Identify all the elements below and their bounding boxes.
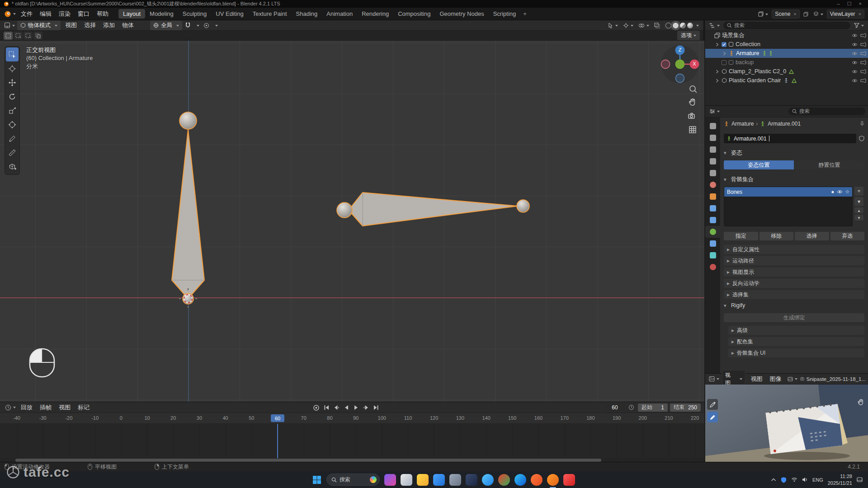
properties-tab-view-layer[interactable] [705,155,720,167]
properties-tab-tool[interactable] [705,120,720,132]
solo-dot-icon[interactable] [831,190,835,194]
zoom-icon[interactable] [690,86,697,93]
image-editor-menu-item[interactable]: 视图 [747,374,766,385]
properties-tab-modifiers[interactable] [705,202,720,214]
pan-hand-icon[interactable] [689,99,695,105]
outliner-editor-type-button[interactable] [708,22,721,29]
taskbar-app-app-dark[interactable] [466,474,477,486]
gizmo-neg-z-axis[interactable] [676,74,684,83]
workspace-tab[interactable]: Shading [292,9,322,19]
hide-eye-icon[interactable] [852,51,858,56]
minimize-button[interactable]: – [837,1,840,7]
properties-tab-scene[interactable] [705,167,720,179]
tool-add-primitive[interactable] [6,160,19,174]
hide-eye-icon[interactable] [852,42,858,47]
xray-toggle-icon[interactable] [653,22,661,29]
hide-eye-icon[interactable] [852,33,858,38]
list-specials-button[interactable]: ▾ [854,197,863,206]
move-down-button[interactable]: ▾ [854,215,863,221]
deselect-button[interactable]: 弃选 [830,232,865,240]
properties-tab-physics[interactable] [705,214,720,226]
blender-menu-button[interactable] [3,9,17,19]
select-set-icon[interactable] [4,32,13,40]
taskbar-app-settings[interactable] [449,474,461,486]
eyedropper-tool[interactable] [707,399,718,410]
overlays-dropdown-icon[interactable] [637,22,651,29]
bone-collections-panel-header[interactable]: ▾骨骼集合 [724,175,864,183]
timeline-menu-item[interactable]: 插帧 [36,402,55,413]
jump-to-start-icon[interactable] [322,404,330,412]
play-reverse-icon[interactable] [342,404,350,412]
prev-keyframe-icon[interactable] [332,404,340,412]
taskbar-app-chrome[interactable] [498,474,510,486]
copy-scene-icon[interactable] [802,11,810,18]
rigify-subpanel-header[interactable]: ▸骨骼集合 UI [728,348,864,357]
image-editor-canvas[interactable] [705,385,868,462]
move-up-button[interactable]: ▴ [854,207,863,213]
tool-measure[interactable] [6,145,19,160]
outliner-row[interactable]: Clamp_2_Plastic C2_0 [705,67,868,76]
collection-checkbox[interactable] [722,42,726,47]
rigify-panel-header[interactable]: ▾Rigify [724,301,864,310]
taskbar-app-qq[interactable] [482,474,494,486]
outliner-row[interactable]: 场景集合 [705,31,868,40]
workspace-tab[interactable]: Texture Paint [248,9,292,19]
tray-expand-icon[interactable] [771,478,776,482]
taskbar-app-snipaste[interactable] [563,474,575,486]
solo-star-icon[interactable]: ☆ [845,189,849,195]
render-camera-icon[interactable] [860,78,866,83]
selectability-filter-icon[interactable] [606,22,619,29]
taskbar-app-file-explorer[interactable] [417,474,429,486]
outliner-search-input[interactable]: 搜索 [723,22,850,29]
gizmos-dropdown-icon[interactable] [622,22,635,29]
add-collection-button[interactable]: + [854,187,863,196]
workspace-tab[interactable]: Modeling [145,9,178,19]
properties-search-input[interactable]: 搜索 [788,108,865,115]
taskbar-app-blender[interactable] [547,474,559,486]
remove-button[interactable]: 移除 [760,232,794,240]
timeline-menu-item[interactable]: 标记 [74,402,93,413]
start-frame-field[interactable]: 起始1 [638,404,668,412]
wifi-icon[interactable] [791,477,797,482]
workspace-tab[interactable]: Animation [322,9,357,19]
timeline-scrollbar-thumb[interactable] [15,459,601,462]
bone-horizontal[interactable] [337,192,529,226]
topbar-menu-item[interactable]: 渲染 [55,9,74,19]
snap-dropdown[interactable] [193,23,201,28]
tool-rotate[interactable] [6,89,19,103]
properties-tab-material[interactable] [705,261,720,273]
start-button[interactable] [312,475,322,485]
viewlayer-remove-icon[interactable]: × [859,11,861,17]
timeline-editor-type-button[interactable] [4,404,17,412]
workspace-tab[interactable]: UV Editing [211,9,248,19]
workspace-tab[interactable]: Geometry Nodes [435,9,488,19]
current-frame-field[interactable]: 60 [605,404,625,412]
select-extend-icon[interactable] [14,32,23,40]
select-button[interactable]: 选择 [795,232,829,240]
viewlayer-browse-icon[interactable] [812,10,825,18]
fake-user-shield-icon[interactable] [859,136,864,141]
viewport-canvas[interactable]: Z X [0,41,704,402]
select-intersect-icon[interactable] [33,32,42,40]
workspace-tab[interactable]: Compositing [393,9,435,19]
filter-funnel-icon[interactable] [853,22,865,29]
image-editor-type-button[interactable] [708,375,721,383]
navigation-gizmo[interactable]: Z X [661,45,699,83]
volume-icon[interactable] [802,477,808,482]
taskbar-search[interactable]: 搜索 [326,474,380,486]
properties-tab-render[interactable] [705,132,720,144]
gizmo-y-axis[interactable] [675,60,685,69]
shading-solid-icon[interactable] [673,23,679,28]
expand-chevron-icon[interactable] [715,42,720,47]
taskbar-app-browser-orange[interactable] [531,474,542,486]
add-workspace-button[interactable]: + [520,9,529,19]
image-datablock-name[interactable]: Snipaste_2025-11-18_1... [800,376,866,382]
tool-move[interactable] [6,75,19,89]
assign-button[interactable]: 指定 [724,232,758,240]
rigify-subpanel-header[interactable]: ▸配色集 [728,337,864,346]
pose-panel-header[interactable]: ▾姿态 [724,149,864,157]
ortho-grid-icon[interactable] [689,127,696,133]
timeline-tracks[interactable] [0,424,704,458]
next-keyframe-icon[interactable] [362,404,370,412]
editor-type-button[interactable] [3,21,16,29]
